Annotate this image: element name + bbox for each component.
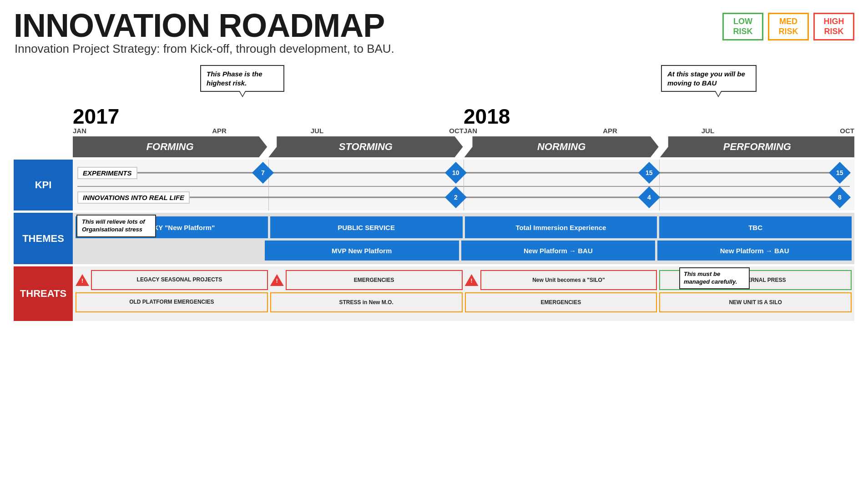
threat-icon-1: ! — [76, 274, 89, 286]
threat-emergencies-1: EMERGENCIES — [286, 270, 463, 290]
threat-emergencies-2: EMERGENCIES — [465, 292, 657, 312]
year-2017-section: 2017 JAN APR JUL OCT — [73, 106, 464, 135]
threat-icon-2: ! — [270, 274, 284, 286]
header: INNOVATION ROADMAP Innovation Project St… — [14, 9, 854, 63]
threat-stress: STRESS in New M.O. — [270, 292, 463, 312]
threat-icon-3: ! — [465, 274, 479, 286]
threat-col-1-top: ! LEGACY SEASONAL PROJECTS — [76, 270, 268, 290]
threats-section: THREATS This must be managed carefully. … — [14, 266, 854, 321]
subtitle: Innovation Project Strategy: from Kick-o… — [15, 42, 394, 56]
title-group: INNOVATION ROADMAP Innovation Project St… — [14, 9, 394, 63]
theme-public-service: PUBLIC SERVICE — [270, 216, 463, 238]
experiments-diamond-3: 15 — [638, 162, 660, 184]
low-risk-badge: LOWRISK — [722, 13, 763, 40]
med-risk-badge: MEDRISK — [768, 13, 809, 40]
threats-label: THREATS — [14, 266, 73, 321]
month-apr-2017: APR — [171, 127, 268, 135]
month-jan-2017: JAN — [73, 127, 171, 135]
theme-tbc: TBC — [659, 216, 852, 238]
experiments-diamond-1: 7 — [252, 162, 273, 184]
threats-content: This must be managed carefully. ! LEGACY… — [73, 266, 854, 321]
phases-row: FORMING STORMING NORMING PERFORMING — [73, 136, 854, 157]
years-months-row: 2017 JAN APR JUL OCT 2018 JAN APR JUL OC… — [73, 106, 854, 135]
experiments-diamond-4: 15 — [829, 162, 851, 184]
phase-performing: PERFORMING — [660, 136, 854, 157]
themes-label: THEMES — [14, 213, 73, 264]
threat-col-2-bottom: STRESS in New M.O. — [270, 292, 463, 312]
threats-note: This must be managed carefully. — [679, 267, 750, 289]
month-apr-2018: APR — [561, 127, 659, 135]
threat-new-unit-silo: New Unit becomes a "SILO" — [480, 270, 657, 290]
themes-bottom-row: MVP New Platform New Platform → BAU New … — [76, 240, 852, 261]
threat-col-3-bottom: EMERGENCIES — [465, 292, 657, 312]
innovations-row: INNOVATIONS INTO REAL LIFE 2 4 8 — [77, 188, 850, 207]
timeline-container: This Phase is the highest risk. At this … — [14, 65, 854, 321]
themes-section: THEMES This will relieve lots of Organis… — [14, 213, 854, 264]
experiments-label: EXPERIMENTS — [77, 167, 137, 179]
month-oct-2018: OCT — [757, 127, 854, 135]
innovations-diamond-2: 4 — [638, 186, 660, 208]
threat-col-3-top: ! New Unit becomes a "SILO" — [465, 270, 657, 290]
themes-top-row: BLUE SKY "New Platform" PUBLIC SERVICE T… — [76, 216, 852, 238]
year-2017: 2017 — [73, 106, 464, 127]
main-title: INNOVATION ROADMAP — [14, 9, 394, 42]
slide: INNOVATION ROADMAP Innovation Project St… — [0, 0, 868, 491]
kpi-section: KPI EXPERIMENTS 7 10 — [14, 160, 854, 210]
innovations-diamond-1: 2 — [445, 186, 467, 208]
kpi-content: EXPERIMENTS 7 10 15 15 — [73, 160, 854, 210]
phase-forming: FORMING — [73, 136, 267, 157]
innovations-diamond-3: 8 — [829, 186, 851, 208]
year-2018-section: 2018 JAN APR JUL OCT — [464, 106, 854, 135]
month-jul-2018: JUL — [659, 127, 757, 135]
themes-callout: This will relieve lots of Organisational… — [76, 215, 156, 237]
high-risk-badge: HIGHRISK — [813, 13, 854, 40]
experiments-row: EXPERIMENTS 7 10 15 15 — [77, 163, 850, 182]
threat-new-unit-is-silo: NEW UNIT IS A SILO — [659, 292, 852, 312]
year-2018: 2018 — [464, 106, 854, 127]
callout-right: At this stage you will be moving to BAU — [661, 65, 757, 92]
experiments-diamond-2: 10 — [445, 162, 467, 184]
innovations-label: INNOVATIONS INTO REAL LIFE — [77, 191, 190, 204]
threat-legacy-seasonal: LEGACY SEASONAL PROJECTS — [91, 270, 268, 290]
callout-left: This Phase is the highest risk. — [200, 65, 284, 92]
phase-norming: NORMING — [464, 136, 659, 157]
threat-col-2-top: ! EMERGENCIES — [270, 270, 463, 290]
theme-mvp: MVP New Platform — [265, 240, 459, 261]
month-jul-2017: JUL — [268, 127, 366, 135]
theme-new-platform-bau-1: New Platform → BAU — [461, 240, 656, 261]
threat-old-platform: OLD PLATFORM EMERGENCIES — [76, 292, 268, 312]
theme-total-immersion: Total Immersion Experience — [465, 216, 657, 238]
threat-col-4-bottom: NEW UNIT IS A SILO — [659, 292, 852, 312]
threats-bottom-row: OLD PLATFORM EMERGENCIES STRESS in New M… — [76, 292, 852, 312]
kpi-label: KPI — [14, 160, 73, 210]
phase-storming: STORMING — [268, 136, 463, 157]
theme-new-platform-bau-2: New Platform → BAU — [657, 240, 852, 261]
themes-content: This will relieve lots of Organisational… — [73, 213, 854, 264]
threat-col-1-bottom: OLD PLATFORM EMERGENCIES — [76, 292, 268, 312]
theme-empty-1 — [76, 240, 262, 261]
month-oct-2017: OCT — [366, 127, 464, 135]
risk-badges: LOWRISK MEDRISK HIGHRISK — [722, 13, 854, 40]
month-jan-2018: JAN — [464, 127, 561, 135]
